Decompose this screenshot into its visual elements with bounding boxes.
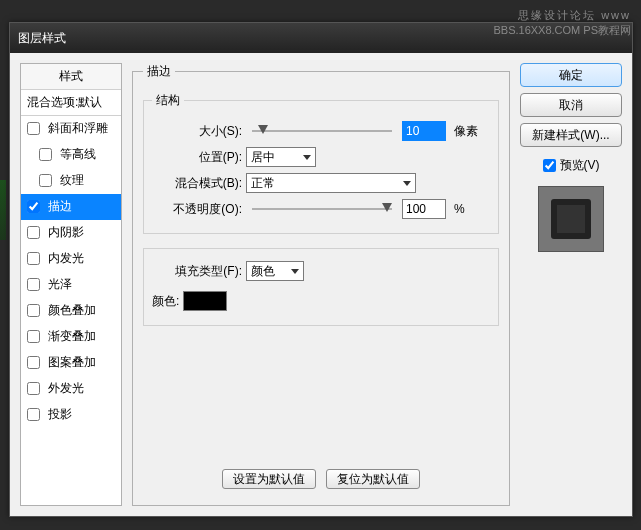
styles-list: 斜面和浮雕等高线纹理描边内阴影内发光光泽颜色叠加渐变叠加图案叠加外发光投影 (21, 116, 121, 428)
opacity-row: 不透明度(O): % (152, 199, 490, 219)
preview-swatch (551, 199, 591, 239)
style-checkbox[interactable] (27, 122, 40, 135)
style-item-斜面和浮雕[interactable]: 斜面和浮雕 (21, 116, 121, 142)
style-item-颜色叠加[interactable]: 颜色叠加 (21, 298, 121, 324)
size-input[interactable] (402, 121, 446, 141)
style-checkbox[interactable] (27, 382, 40, 395)
style-item-label: 内发光 (48, 250, 84, 267)
opacity-slider[interactable] (252, 202, 392, 216)
size-label: 大小(S): (152, 123, 242, 140)
structure-title: 结构 (152, 92, 184, 109)
style-checkbox[interactable] (27, 278, 40, 291)
fill-type-dropdown[interactable]: 颜色 (246, 261, 304, 281)
style-item-渐变叠加[interactable]: 渐变叠加 (21, 324, 121, 350)
size-row: 大小(S): 像素 (152, 121, 490, 141)
preview-label: 预览(V) (560, 157, 600, 174)
style-item-等高线[interactable]: 等高线 (21, 142, 121, 168)
style-item-label: 投影 (48, 406, 72, 423)
style-checkbox[interactable] (27, 330, 40, 343)
style-item-label: 图案叠加 (48, 354, 96, 371)
chevron-down-icon (291, 269, 299, 274)
cancel-button[interactable]: 取消 (520, 93, 622, 117)
style-item-label: 斜面和浮雕 (48, 120, 108, 137)
opacity-unit: % (454, 202, 465, 216)
blend-mode-dropdown[interactable]: 正常 (246, 173, 416, 193)
size-slider[interactable] (252, 124, 392, 138)
styles-panel-header[interactable]: 样式 (21, 64, 121, 90)
style-item-label: 等高线 (60, 146, 96, 163)
fill-type-label: 填充类型(F): (152, 263, 242, 280)
opacity-input[interactable] (402, 199, 446, 219)
style-item-内发光[interactable]: 内发光 (21, 246, 121, 272)
reset-default-button[interactable]: 复位为默认值 (326, 469, 420, 489)
style-item-外发光[interactable]: 外发光 (21, 376, 121, 402)
position-dropdown[interactable]: 居中 (246, 147, 316, 167)
preview-checkbox[interactable] (543, 159, 556, 172)
style-checkbox[interactable] (27, 226, 40, 239)
preview-toggle[interactable]: 预览(V) (543, 157, 600, 174)
blending-options-row[interactable]: 混合选项:默认 (21, 90, 121, 116)
style-item-label: 渐变叠加 (48, 328, 96, 345)
window-title: 图层样式 (18, 30, 66, 47)
chevron-down-icon (403, 181, 411, 186)
style-item-label: 光泽 (48, 276, 72, 293)
position-label: 位置(P): (152, 149, 242, 166)
style-checkbox[interactable] (27, 252, 40, 265)
layer-style-dialog: 图层样式 样式 混合选项:默认 斜面和浮雕等高线纹理描边内阴影内发光光泽颜色叠加… (9, 22, 633, 517)
style-item-描边[interactable]: 描边 (21, 194, 121, 220)
make-default-button[interactable]: 设置为默认值 (222, 469, 316, 489)
color-swatch[interactable] (183, 291, 227, 311)
style-checkbox[interactable] (39, 174, 52, 187)
style-checkbox[interactable] (27, 200, 40, 213)
color-row: 颜色: (152, 291, 490, 311)
style-item-label: 内阴影 (48, 224, 84, 241)
style-item-投影[interactable]: 投影 (21, 402, 121, 428)
color-label: 颜色: (152, 293, 179, 310)
stroke-group: 描边 结构 大小(S): 像素 位置(P): 居中 (132, 63, 510, 506)
style-item-label: 颜色叠加 (48, 302, 96, 319)
chevron-down-icon (303, 155, 311, 160)
structure-subgroup: 结构 大小(S): 像素 位置(P): 居中 (143, 92, 499, 234)
style-item-纹理[interactable]: 纹理 (21, 168, 121, 194)
titlebar[interactable]: 图层样式 (10, 23, 632, 53)
style-checkbox[interactable] (27, 304, 40, 317)
style-item-label: 描边 (48, 198, 72, 215)
size-unit: 像素 (454, 123, 478, 140)
style-item-光泽[interactable]: 光泽 (21, 272, 121, 298)
fill-type-row: 填充类型(F): 颜色 (152, 261, 490, 281)
fill-subgroup: 填充类型(F): 颜色 颜色: (143, 248, 499, 326)
main-panel: 描边 结构 大小(S): 像素 位置(P): 居中 (132, 63, 510, 506)
style-checkbox[interactable] (27, 356, 40, 369)
position-row: 位置(P): 居中 (152, 147, 490, 167)
style-item-图案叠加[interactable]: 图案叠加 (21, 350, 121, 376)
style-item-label: 外发光 (48, 380, 84, 397)
ok-button[interactable]: 确定 (520, 63, 622, 87)
opacity-label: 不透明度(O): (152, 201, 242, 218)
blend-mode-row: 混合模式(B): 正常 (152, 173, 490, 193)
default-buttons-row: 设置为默认值 复位为默认值 (143, 463, 499, 495)
preview-box (538, 186, 604, 252)
styles-panel: 样式 混合选项:默认 斜面和浮雕等高线纹理描边内阴影内发光光泽颜色叠加渐变叠加图… (20, 63, 122, 506)
style-item-内阴影[interactable]: 内阴影 (21, 220, 121, 246)
style-item-label: 纹理 (60, 172, 84, 189)
style-checkbox[interactable] (27, 408, 40, 421)
style-checkbox[interactable] (39, 148, 52, 161)
bg-accent (0, 180, 6, 240)
blend-mode-label: 混合模式(B): (152, 175, 242, 192)
stroke-group-title: 描边 (143, 63, 175, 80)
right-panel: 确定 取消 新建样式(W)... 预览(V) (520, 63, 622, 506)
new-style-button[interactable]: 新建样式(W)... (520, 123, 622, 147)
